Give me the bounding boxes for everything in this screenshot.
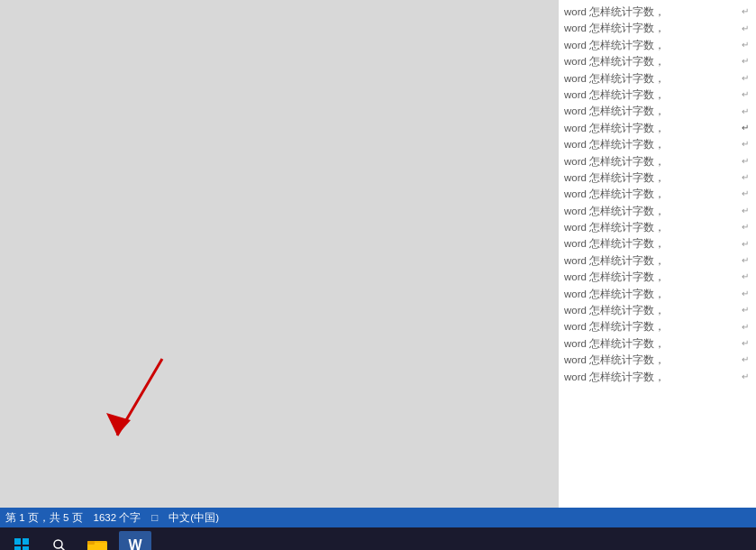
start-button[interactable]	[4, 529, 40, 550]
page-info[interactable]: 第 1 页，共 5 页	[5, 511, 83, 525]
word-icon-label: W	[128, 537, 141, 550]
text-line: word 怎样统计字数，↵	[564, 37, 749, 53]
svg-marker-1	[106, 413, 131, 435]
text-line: word 怎样统计字数，↵	[564, 53, 749, 69]
text-line: word 怎样统计字数，↵	[564, 335, 749, 352]
status-bar: 第 1 页，共 5 页 1632 个字 □ 中文(中国)	[0, 508, 756, 527]
text-line: word 怎样统计字数，↵	[564, 369, 749, 385]
text-line: word 怎样统计字数，↵	[564, 318, 749, 335]
text-line: word 怎样统计字数，↵	[564, 203, 749, 219]
text-line: word 怎样统计字数，↵	[564, 70, 749, 87]
text-line: word 怎样统计字数，↵	[564, 20, 749, 36]
text-line: word 怎样统计字数，↵	[564, 286, 749, 302]
word-icon: W	[119, 531, 151, 550]
file-explorer-button[interactable]	[79, 529, 115, 550]
word-taskbar-button[interactable]: W	[117, 529, 153, 550]
text-line: word 怎样统计字数，↵	[564, 120, 749, 136]
svg-line-0	[117, 359, 162, 435]
text-line: word 怎样统计字数，↵	[564, 219, 749, 235]
text-line: word 怎样统计字数，↵	[564, 153, 749, 170]
search-icon	[52, 538, 67, 550]
annotation-arrow	[72, 350, 198, 458]
text-line: word 怎样统计字数，↵	[564, 269, 749, 285]
right-document-panel: word 怎样统计字数，↵ word 怎样统计字数，↵ word 怎样统计字数，…	[559, 0, 756, 508]
text-line: word 怎样统计字数，↵	[564, 103, 749, 119]
search-button[interactable]	[41, 529, 77, 550]
left-panel	[0, 0, 559, 508]
language[interactable]: 中文(中国)	[169, 511, 219, 525]
folder-icon	[87, 537, 107, 550]
text-line: word 怎样统计字数，↵	[564, 4, 749, 20]
text-line: word 怎样统计字数，↵	[564, 170, 749, 186]
text-line: word 怎样统计字数，↵	[564, 252, 749, 269]
word-count[interactable]: 1632 个字	[94, 511, 141, 525]
track-changes[interactable]: □	[151, 512, 158, 523]
text-line: word 怎样统计字数，↵	[564, 352, 749, 368]
windows-logo-icon	[14, 538, 29, 550]
text-line: word 怎样统计字数，↵	[564, 302, 749, 318]
text-line: word 怎样统计字数，↵	[564, 186, 749, 202]
text-line: word 怎样统计字数，↵	[564, 235, 749, 252]
text-line: word 怎样统计字数，↵	[564, 136, 749, 152]
taskbar: W	[0, 527, 756, 550]
document-area: word 怎样统计字数，↵ word 怎样统计字数，↵ word 怎样统计字数，…	[0, 0, 756, 508]
svg-rect-7	[87, 541, 95, 545]
text-line: word 怎样统计字数，↵	[564, 87, 749, 103]
